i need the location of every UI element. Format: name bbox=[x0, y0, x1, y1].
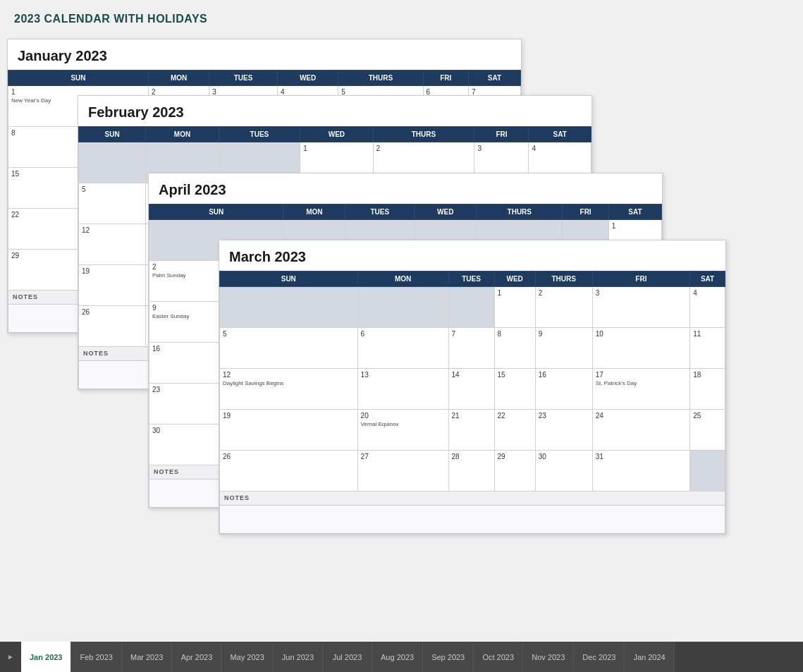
mar-11: 11 bbox=[690, 328, 725, 369]
jan-col-sat: SAT bbox=[468, 71, 520, 86]
tab-nov2023[interactable]: Nov 2023 bbox=[523, 642, 574, 672]
mar-29: 29 bbox=[494, 451, 535, 491]
feb-col-wed: WED bbox=[300, 127, 373, 142]
apr-col-thu: THURS bbox=[477, 204, 563, 220]
mar-5: 5 bbox=[220, 328, 358, 369]
mar-15: 15 bbox=[494, 369, 535, 410]
tab-aug2023[interactable]: Aug 2023 bbox=[372, 642, 423, 672]
calendar-march: March 2023 SUN MON TUES WED THURS FRI SA… bbox=[219, 240, 726, 534]
feb-col-mon: MON bbox=[146, 127, 219, 142]
mar-22: 22 bbox=[494, 410, 535, 451]
apr-col-fri: FRI bbox=[563, 204, 608, 220]
tab-jan2024[interactable]: Jan 2024 bbox=[625, 642, 674, 672]
tab-mar2023[interactable]: Mar 2023 bbox=[122, 642, 172, 672]
april-header: April 2023 bbox=[149, 173, 662, 204]
february-header: February 2023 bbox=[78, 96, 591, 126]
mar-28: 28 bbox=[448, 451, 494, 491]
tab-feb2023[interactable]: Feb 2023 bbox=[71, 642, 121, 672]
tab-jul2023[interactable]: Jul 2023 bbox=[323, 642, 372, 672]
mar-26: 26 bbox=[220, 451, 358, 491]
tab-dec2023[interactable]: Dec 2023 bbox=[574, 642, 625, 672]
mar-23: 23 bbox=[535, 410, 592, 451]
mar-col-sun: SUN bbox=[220, 271, 358, 287]
mar-19: 19 bbox=[220, 410, 358, 451]
feb-col-tue: TUES bbox=[219, 127, 300, 142]
mar-1: 1 bbox=[494, 287, 535, 328]
mar-16: 16 bbox=[535, 369, 592, 410]
jan-col-thu: THURS bbox=[338, 71, 423, 86]
jan-col-fri: FRI bbox=[423, 71, 468, 86]
mar-col-fri: FRI bbox=[592, 271, 689, 287]
page-title: 2023 CALENDAR WITH HOLIDAYS bbox=[14, 13, 789, 25]
table-row: 26 27 28 29 30 31 bbox=[220, 451, 725, 491]
apr-col-mon: MON bbox=[283, 204, 345, 220]
tab-may2023[interactable]: May 2023 bbox=[221, 642, 273, 672]
mar-27: 27 bbox=[357, 451, 448, 491]
mar-col-mon: MON bbox=[357, 271, 448, 287]
mar-e4 bbox=[690, 451, 725, 491]
mar-25: 25 bbox=[690, 410, 725, 451]
jan-col-mon: MON bbox=[148, 71, 209, 86]
table-row: 19 20Vernal Equinox 21 22 23 24 25 bbox=[220, 410, 725, 451]
mar-e1 bbox=[220, 287, 358, 328]
mar-col-wed: WED bbox=[494, 271, 535, 287]
mar-14: 14 bbox=[448, 369, 494, 410]
tab-jun2023[interactable]: Jun 2023 bbox=[274, 642, 323, 672]
mar-21: 21 bbox=[448, 410, 494, 451]
mar-col-tue: TUES bbox=[448, 271, 494, 287]
march-header: March 2023 bbox=[219, 240, 725, 271]
apr-col-wed: WED bbox=[415, 204, 477, 220]
feb-col-sun: SUN bbox=[79, 127, 146, 142]
apr-col-tue: TUES bbox=[345, 204, 415, 220]
mar-12: 12Daylight Savings Begins bbox=[220, 369, 358, 410]
mar-4: 4 bbox=[690, 287, 725, 328]
left-arrow-icon: ► bbox=[7, 653, 14, 661]
tab-oct2023[interactable]: Oct 2023 bbox=[474, 642, 523, 672]
feb-5: 5 bbox=[79, 183, 146, 224]
mar-30: 30 bbox=[535, 451, 592, 491]
mar-notes-body-row bbox=[220, 506, 725, 534]
mar-2: 2 bbox=[535, 287, 592, 328]
march-table: SUN MON TUES WED THURS FRI SAT 1 2 3 bbox=[219, 271, 725, 534]
mar-notes-label: NOTES bbox=[220, 491, 725, 506]
feb-26: 26 bbox=[79, 306, 146, 347]
mar-e2 bbox=[357, 287, 448, 328]
apr-col-sun: SUN bbox=[149, 204, 283, 220]
feb-col-fri: FRI bbox=[474, 127, 529, 142]
mar-10: 10 bbox=[592, 328, 689, 369]
mar-13: 13 bbox=[357, 369, 448, 410]
mar-17: 17St. Patrick's Day bbox=[592, 369, 689, 410]
jan-col-wed: WED bbox=[277, 71, 338, 86]
mar-notes-body bbox=[220, 506, 725, 534]
mar-24: 24 bbox=[592, 410, 689, 451]
table-row: 1 2 3 4 bbox=[220, 287, 725, 328]
jan-col-tue: TUES bbox=[209, 71, 278, 86]
apr-col-sat: SAT bbox=[608, 204, 661, 220]
mar-e3 bbox=[448, 287, 494, 328]
mar-col-sat: SAT bbox=[690, 271, 725, 287]
table-row: 12Daylight Savings Begins 13 14 15 16 17… bbox=[220, 369, 725, 410]
table-row: 5 6 7 8 9 10 11 bbox=[220, 328, 725, 369]
feb-12: 12 bbox=[79, 224, 146, 265]
main-content: 2023 CALENDAR WITH HOLIDAYS January 2023… bbox=[0, 0, 803, 642]
feb-col-thu: THURS bbox=[373, 127, 474, 142]
mar-notes-label-row: NOTES bbox=[220, 491, 725, 506]
tab-bar: ► Jan 2023 Feb 2023 Mar 2023 Apr 2023 Ma… bbox=[0, 642, 803, 672]
feb-empty1 bbox=[79, 142, 146, 183]
mar-6: 6 bbox=[357, 328, 448, 369]
tab-sep2023[interactable]: Sep 2023 bbox=[423, 642, 474, 672]
tab-scroll-left[interactable]: ► bbox=[0, 642, 21, 672]
january-header: January 2023 bbox=[8, 39, 521, 70]
mar-3: 3 bbox=[592, 287, 689, 328]
mar-20: 20Vernal Equinox bbox=[357, 410, 448, 451]
mar-7: 7 bbox=[448, 328, 494, 369]
tab-apr2023[interactable]: Apr 2023 bbox=[172, 642, 221, 672]
mar-col-thu: THURS bbox=[535, 271, 592, 287]
jan-col-sun: SUN bbox=[8, 71, 149, 86]
feb-19: 19 bbox=[79, 265, 146, 306]
mar-8: 8 bbox=[494, 328, 535, 369]
feb-col-sat: SAT bbox=[529, 127, 591, 142]
mar-31: 31 bbox=[592, 451, 689, 491]
mar-9: 9 bbox=[535, 328, 592, 369]
tab-jan2023[interactable]: Jan 2023 bbox=[21, 642, 71, 672]
